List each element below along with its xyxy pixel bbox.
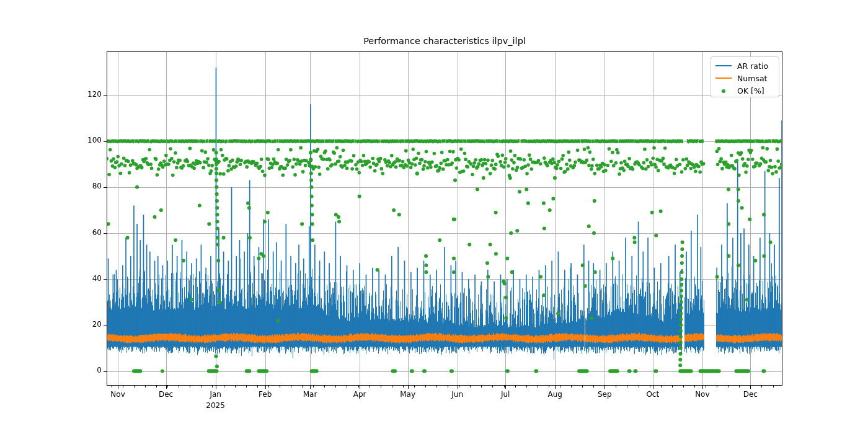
y-tick-label: 60 [64, 228, 102, 237]
chart-title: Performance characteristics ilpv_ilpl [107, 36, 782, 46]
legend-label: OK [%] [737, 86, 764, 95]
y-tick-label: 0 [64, 366, 102, 374]
x-tick-label: Jan [197, 390, 234, 399]
y-tick-label: 100 [64, 136, 102, 144]
legend-label: Numsat [737, 74, 768, 83]
x-tick-label: Aug [536, 390, 574, 399]
legend-item-numsat: Numsat [715, 72, 779, 84]
legend-item-ar-ratio: AR ratio [715, 60, 779, 72]
x-tick-label: Nov [99, 390, 136, 399]
x-tick-label: Jul [487, 390, 524, 399]
legend-line-swatch-blue [715, 60, 732, 72]
y-tick-label: 80 [64, 182, 102, 190]
x-axis-year-label: 2025 [197, 401, 234, 410]
legend-item-ok-pct: OK [%] [715, 84, 779, 97]
x-tick-label: Dec [148, 390, 185, 399]
x-tick-label: Sep [586, 390, 623, 399]
y-tick-label: 40 [64, 274, 102, 283]
legend-line-swatch-orange [715, 72, 732, 84]
x-tick-label: Dec [732, 390, 769, 399]
x-tick-label: Jun [439, 390, 476, 399]
legend-box: AR ratio Numsat OK [%] [711, 56, 779, 97]
matplotlib-figure: Performance characteristics ilpv_ilpl AR… [0, 0, 868, 434]
x-tick-label: Feb [247, 390, 284, 399]
x-tick-label: Oct [634, 390, 671, 399]
x-tick-label: May [389, 390, 427, 399]
y-tick-label: 120 [64, 90, 102, 99]
x-tick-label: Apr [341, 390, 378, 399]
x-tick-label: Nov [684, 390, 721, 399]
legend-label: AR ratio [737, 61, 768, 71]
x-tick-label: Mar [291, 390, 329, 399]
legend-dot-swatch-green [715, 84, 732, 97]
y-tick-label: 20 [64, 320, 102, 329]
